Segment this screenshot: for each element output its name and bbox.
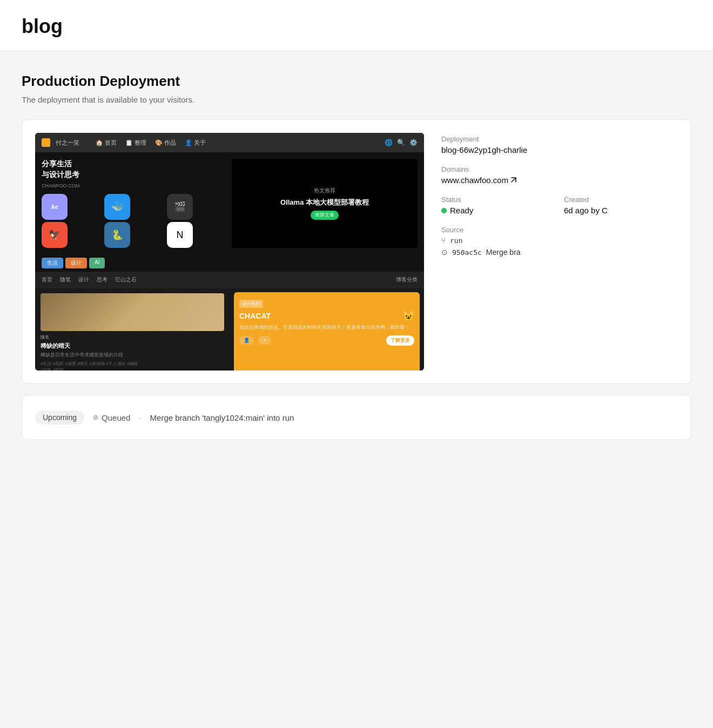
article-title: 稀缺的晴天: [41, 342, 224, 350]
browser-icons: 🌐 🔍 ⚙️: [385, 139, 418, 146]
deployment-value: blog-66w2yp1gh-charlie: [441, 145, 678, 154]
article-card: 随笔 稀缺的晴天 稀缺是日常生活中寻求感觉意境的片段 #生活 #电影 #感受 #…: [35, 288, 230, 370]
globe-icon: 🌐: [385, 139, 393, 146]
browser-bar: 付之一笑 🏠 首页 📋 整理 🎨 作品 👤 关于 🌐 🔍 ⚙️: [35, 133, 424, 152]
article-desc: 稀缺是日常生活中寻求感觉意境的片段: [41, 352, 224, 359]
python-icon: 🐍: [104, 222, 130, 248]
page-header: blog: [0, 0, 713, 51]
bottom-nav-design: 设计: [78, 276, 89, 284]
article-category: 随笔: [41, 334, 224, 340]
created-label: Created: [564, 196, 678, 204]
video-badge: 热文推荐: [280, 187, 369, 194]
blog-category: 博客分类: [396, 276, 418, 284]
docker-icon: 🐳: [104, 194, 130, 220]
article-tags: #生活 #电影 #感受 #晴天 #幸福感 #个人成长 #编辑#战胜 #时间: [41, 361, 224, 370]
created-group: Created 6d ago by C: [564, 196, 678, 215]
chacat-more-btn[interactable]: 了解更多: [386, 335, 414, 346]
nav-works: 🎨 作品: [155, 139, 176, 147]
site-bottom-section: 首页 随笔 设计 思考 它山之石 博客分类 随笔 稀缺的晴天 稀缺是日常生活中寻…: [35, 272, 424, 370]
hero-brand-small: CHAWFOO.COM: [42, 183, 227, 188]
video-overlay: 热文推荐 Ollama 本地大模型部署教程 推荐文章: [274, 180, 375, 226]
queued-dot: [93, 415, 98, 420]
tag-design: 设计: [65, 258, 87, 268]
deployment-name-group: Deployment blog-66w2yp1gh-charlie: [441, 135, 678, 154]
section-title: Production Deployment: [22, 73, 691, 90]
queued-label: Queued: [102, 413, 130, 422]
nav-about: 👤 关于: [185, 139, 206, 147]
separator: ·: [139, 413, 141, 422]
queued-indicator: Queued: [93, 413, 130, 422]
hero-right: 热文推荐 Ollama 本地大模型部署教程 推荐文章: [232, 159, 418, 248]
nav-home: 🏠 首页: [96, 139, 117, 147]
bottom-nav-notes: 随笔: [60, 276, 71, 284]
bottom-nav-home: 首页: [42, 276, 52, 284]
external-link-icon: [510, 177, 517, 183]
recommend-btn: 推荐文章: [311, 211, 339, 220]
created-value: 6d ago by C: [564, 206, 678, 215]
chacat-title: CHACAT: [239, 312, 271, 320]
bottom-nav: 首页 随笔 设计 思考 它山之石 博客分类: [35, 272, 424, 288]
domains-label: Domains: [441, 165, 678, 173]
settings-icon: ⚙️: [409, 139, 418, 146]
final-cut-icon: 🎬: [167, 194, 193, 220]
chacat-badge: 设计系列: [239, 300, 263, 308]
chacat-share-btn[interactable]: ↗: [258, 336, 271, 345]
upcoming-commit-message: Merge branch 'tangly1024:main' into run: [150, 413, 294, 422]
deployment-screenshot: 付之一笑 🏠 首页 📋 整理 🎨 作品 👤 关于 🌐 🔍 ⚙️: [35, 133, 424, 370]
source-group: Source ⑂ run ⊙ 950ac5c Merge bra: [441, 226, 678, 257]
ae-icon: Ae: [42, 194, 68, 220]
chacat-actions: 👤 ↗ 了解更多: [239, 335, 414, 346]
bottom-nav-thoughts: 思考: [97, 276, 107, 284]
browser-brand-text: 付之一笑: [56, 139, 79, 147]
commit-icon: ⊙: [441, 248, 448, 257]
screenshot-mockup: 付之一笑 🏠 首页 📋 整理 🎨 作品 👤 关于 🌐 🔍 ⚙️: [35, 133, 424, 370]
status-value: Ready: [441, 206, 555, 215]
production-deployment-card: 付之一笑 🏠 首页 📋 整理 🎨 作品 👤 关于 🌐 🔍 ⚙️: [22, 119, 691, 384]
page-title: blog: [22, 15, 691, 38]
domain-value: www.chawfoo.com: [441, 176, 678, 185]
domain-link[interactable]: www.chawfoo.com: [441, 176, 678, 185]
bottom-nav-stones: 它山之石: [115, 276, 137, 284]
status-created-row: Status Ready Created 6d ago by C: [441, 196, 678, 215]
deployment-label: Deployment: [441, 135, 678, 143]
notion-icon: N: [167, 222, 193, 248]
search-icon: 🔍: [397, 139, 405, 146]
commit-item: ⊙ 950ac5c Merge bra: [441, 248, 678, 257]
status-group: Status Ready: [441, 196, 555, 215]
browser-favicon: [42, 138, 50, 147]
status-label: Status: [441, 196, 555, 204]
source-label: Source: [441, 226, 678, 234]
article-image: [41, 293, 224, 331]
page-content: Production Deployment The deployment tha…: [0, 51, 713, 462]
site-bottom-grid: 随笔 稀缺的晴天 稀缺是日常生活中寻求感觉意境的片段 #生活 #电影 #感受 #…: [35, 288, 424, 370]
upcoming-badge: Upcoming: [35, 410, 84, 424]
tag-ai: AI: [89, 258, 105, 268]
nav-organize: 📋 整理: [125, 139, 146, 147]
site-hero: 分享生活与设计思考 CHAWFOO.COM Ae 🐳 🎬 🦅 🐍 N: [35, 152, 424, 254]
domains-group: Domains www.chawfoo.com: [441, 165, 678, 185]
tag-life: 生活: [42, 258, 63, 268]
category-tags: 生活 设计 AI: [35, 254, 424, 272]
status-dot: [441, 208, 447, 213]
browser-nav: 🏠 首页 📋 整理 🎨 作品 👤 关于: [96, 139, 206, 147]
hero-title-text: 分享生活与设计思考: [42, 159, 227, 180]
branch-value: run: [450, 237, 462, 245]
deployment-info: Deployment blog-66w2yp1gh-charlie Domain…: [441, 133, 678, 370]
swift-icon: 🦅: [42, 222, 68, 248]
video-title: Ollama 本地大模型部署教程: [280, 198, 369, 207]
app-icons-grid: Ae 🐳 🎬 🦅 🐍 N: [42, 194, 227, 248]
commit-message: Merge bra: [486, 248, 521, 257]
source-items: ⑂ run ⊙ 950ac5c Merge bra: [441, 236, 678, 257]
upcoming-card: Upcoming Queued · Merge branch 'tangly10…: [22, 395, 691, 440]
section-subtitle: The deployment that is available to your…: [22, 95, 691, 104]
chacat-card: 设计系列 CHACAT 😺 在此记录我的想法。它是我成长时间长河的碎片！若是有幸…: [234, 292, 420, 370]
chacat-desc: 在此记录我的想法。它是我成长时间长河的碎片！若是有幸与你共鸣，我学荣！: [239, 324, 414, 331]
branch-item: ⑂ run: [441, 236, 678, 245]
chacat-user-btn[interactable]: 👤: [239, 336, 254, 345]
branch-icon: ⑂: [441, 236, 446, 245]
hero-left: 分享生活与设计思考 CHAWFOO.COM Ae 🐳 🎬 🦅 🐍 N: [42, 159, 227, 248]
chacat-emoji: 😺: [402, 310, 414, 322]
commit-hash: 950ac5c: [452, 248, 482, 257]
